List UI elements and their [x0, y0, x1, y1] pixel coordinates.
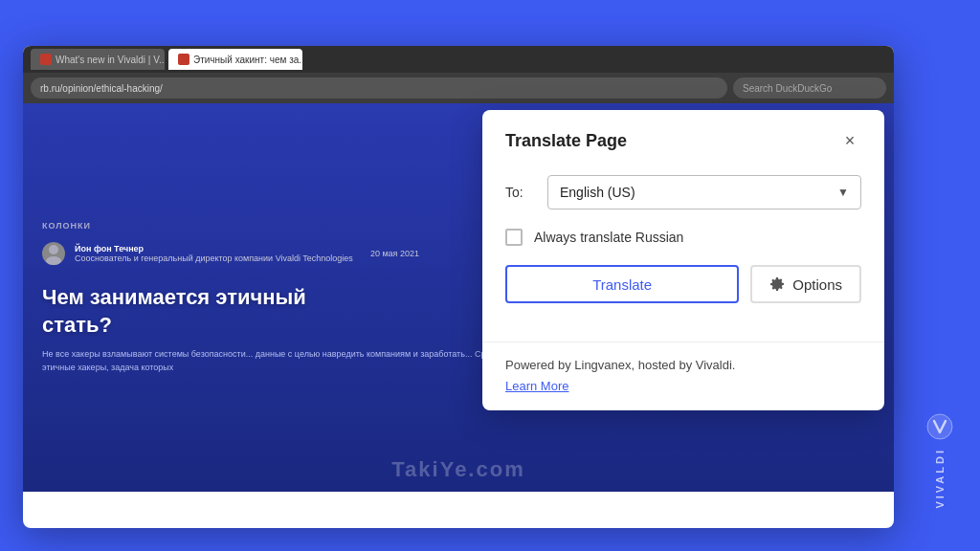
dialog-footer: Powered by Lingvanex, hosted by Vivaldi.… [482, 342, 884, 410]
tab-2-active[interactable]: Этичный хакинт: чем за... [168, 49, 302, 70]
author-info: Йон фон Течнер Сооснователь и генеральны… [75, 244, 353, 263]
vivaldi-sidebar: VIVALDI [911, 46, 969, 528]
always-translate-label: Always translate Russian [534, 230, 683, 245]
tab2-favicon [178, 54, 189, 65]
search-placeholder: Search DuckDuckGo [743, 83, 832, 94]
language-select[interactable]: English (US) ▼ [547, 175, 861, 209]
gear-icon [769, 276, 785, 292]
tab2-label: Этичный хакинт: чем за... [193, 55, 302, 65]
hero-title: Чем занимается этичный стать? [42, 284, 348, 339]
to-label: To: [505, 185, 532, 200]
svg-point-13 [46, 256, 61, 265]
footer-text: Powered by Lingvanex, hosted by Vivaldi. [505, 358, 735, 372]
dialog-body: To: English (US) ▼ Always translate Russ… [482, 167, 884, 342]
author-avatar [42, 242, 65, 265]
always-translate-row: Always translate Russian [505, 229, 861, 246]
tab1-favicon [40, 54, 52, 65]
tab1-label: What's new in Vivaldi | V... [56, 55, 165, 65]
address-bar[interactable]: rb.ru/opinion/ethical-hacking/ [31, 77, 727, 99]
vivaldi-icon [926, 413, 953, 440]
tab-bar: What's new in Vivaldi | V... Этичный хак… [23, 46, 894, 73]
dialog-title: Translate Page [505, 131, 627, 151]
always-translate-checkbox[interactable] [505, 229, 523, 246]
tab-1[interactable]: What's new in Vivaldi | V... [31, 49, 165, 70]
address-bar-row: rb.ru/opinion/ethical-hacking/ Search Du… [23, 73, 894, 103]
options-label: Options [792, 276, 842, 293]
screen-frame: What's new in Vivaldi | V... Этичный хак… [0, 0, 980, 551]
svg-point-14 [927, 414, 952, 439]
dialog-close-button[interactable]: × [838, 129, 861, 152]
author-role: Сооснователь и генеральный директор комп… [75, 253, 353, 263]
select-arrow-icon: ▼ [837, 186, 849, 199]
dialog-buttons: Translate Options [505, 265, 861, 303]
learn-more-link[interactable]: Learn More [505, 377, 861, 396]
dialog-header: Translate Page × [482, 110, 884, 167]
url-text: rb.ru/opinion/ethical-hacking/ [40, 83, 163, 94]
vivaldi-text: VIVALDI [934, 448, 946, 509]
search-bar[interactable]: Search DuckDuckGo [733, 77, 886, 99]
translate-dialog: Translate Page × To: English (US) ▼ Alwa… [482, 110, 884, 410]
article-date: 20 мая 2021 [370, 249, 419, 258]
options-button[interactable]: Options [750, 265, 861, 303]
language-row: To: English (US) ▼ [505, 175, 861, 209]
translate-button[interactable]: Translate [505, 265, 739, 303]
svg-point-12 [49, 245, 58, 254]
language-value: English (US) [560, 185, 635, 200]
author-name: Йон фон Течнер [75, 244, 353, 253]
